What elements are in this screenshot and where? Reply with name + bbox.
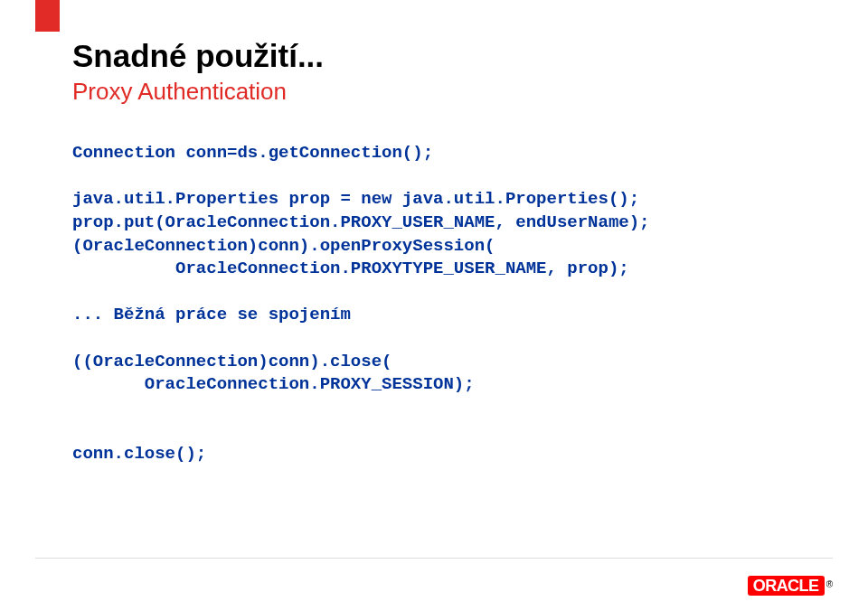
footer-divider bbox=[35, 558, 833, 559]
slide-title: Snadné použití... bbox=[72, 38, 814, 74]
registered-symbol: ® bbox=[826, 579, 833, 589]
slide-content: Snadné použití... Proxy Authentication C… bbox=[72, 38, 814, 466]
code-block: Connection conn=ds.getConnection(); java… bbox=[72, 142, 814, 466]
oracle-logo: ORACLE ® bbox=[748, 573, 833, 598]
slide-subtitle: Proxy Authentication bbox=[72, 78, 814, 106]
accent-bar bbox=[35, 0, 60, 32]
oracle-logo-text: ORACLE bbox=[748, 576, 825, 596]
